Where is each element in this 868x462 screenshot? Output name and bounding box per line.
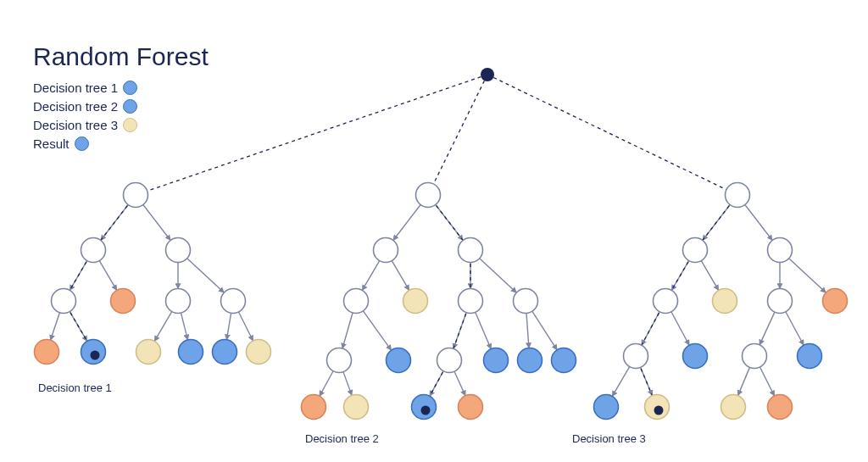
edge (789, 259, 826, 292)
tree-3 (594, 183, 848, 420)
tree1-n3 (52, 289, 76, 314)
edge (362, 261, 379, 291)
tree3-n3 (654, 289, 678, 314)
edge (760, 312, 775, 345)
edge (526, 313, 529, 348)
edge (453, 313, 466, 349)
result-dot (654, 406, 664, 415)
edge (480, 259, 517, 292)
edge (745, 204, 772, 240)
tree1-n0 (124, 183, 148, 208)
tree1-n12 (247, 340, 271, 365)
tree3-n11 (594, 395, 619, 420)
tree1-n11 (213, 340, 237, 365)
tree2-n10 (484, 348, 509, 373)
edge (738, 367, 750, 395)
tree1-n7 (35, 340, 59, 365)
edge (181, 313, 188, 340)
tree2-n8 (387, 348, 411, 373)
tree2-n13 (302, 395, 326, 420)
tree3-label: Decision tree 3 (572, 432, 646, 445)
result-dot (421, 406, 431, 415)
tree-1 (35, 183, 271, 365)
tree2-n3 (344, 289, 369, 314)
edge (51, 313, 60, 340)
tree2-n11 (518, 348, 542, 373)
tree2-n6 (514, 289, 538, 314)
tree2-n1 (374, 238, 398, 263)
edge (238, 312, 253, 341)
tree2-n0 (416, 183, 441, 208)
edge (226, 313, 231, 339)
tree1-n10 (179, 340, 203, 365)
input-edge-0 (147, 77, 481, 192)
diagram-stage: Random Forest Decision tree 1Decision tr… (0, 0, 868, 462)
tree3-n8 (683, 344, 708, 369)
tree2-label: Decision tree 2 (305, 432, 379, 445)
input-node (481, 68, 494, 81)
edge (671, 312, 689, 345)
edge (393, 204, 420, 240)
result-dot (91, 351, 100, 360)
edge (532, 311, 557, 350)
tree2-n5 (459, 289, 483, 314)
tree3-n10 (798, 344, 822, 369)
tree2-n16 (459, 395, 483, 420)
edge (701, 261, 718, 291)
edge (454, 371, 465, 396)
forest-svg (0, 0, 868, 462)
tree3-n14 (768, 395, 793, 420)
tree3-n7 (624, 344, 648, 369)
tree2-n7 (327, 348, 352, 373)
tree1-label: Decision tree 1 (38, 381, 112, 394)
tree3-n4 (713, 289, 737, 314)
tree1-n2 (166, 238, 191, 263)
tree1-n4 (111, 289, 136, 314)
edge (320, 371, 333, 397)
edge (343, 372, 352, 396)
edge (392, 261, 409, 291)
edge (642, 312, 659, 345)
tree1-n1 (81, 238, 106, 263)
tree3-n5 (768, 289, 793, 314)
tree2-n9 (437, 348, 462, 373)
edge (187, 259, 225, 292)
input-edge-1 (433, 81, 484, 184)
edge (342, 313, 353, 348)
tree2-n12 (552, 348, 576, 373)
tree3-n2 (768, 238, 793, 263)
tree3-n1 (683, 238, 708, 263)
tree1-n6 (221, 289, 246, 314)
edge (143, 204, 170, 240)
tree3-n6 (823, 289, 848, 314)
edge (760, 367, 774, 396)
tree1-n5 (166, 289, 191, 314)
edge (476, 312, 492, 348)
input-edge-2 (493, 77, 726, 189)
tree2-n2 (459, 238, 483, 263)
tree3-n13 (721, 395, 746, 420)
tree2-n4 (403, 289, 428, 314)
edge (786, 312, 804, 345)
tree3-n9 (743, 344, 767, 369)
edge (99, 261, 116, 291)
tree3-n0 (726, 183, 750, 208)
tree-2 (302, 183, 576, 420)
edge (154, 312, 171, 342)
edge (363, 311, 391, 350)
tree2-n14 (344, 395, 369, 420)
edge (612, 367, 629, 397)
tree1-n9 (136, 340, 161, 365)
